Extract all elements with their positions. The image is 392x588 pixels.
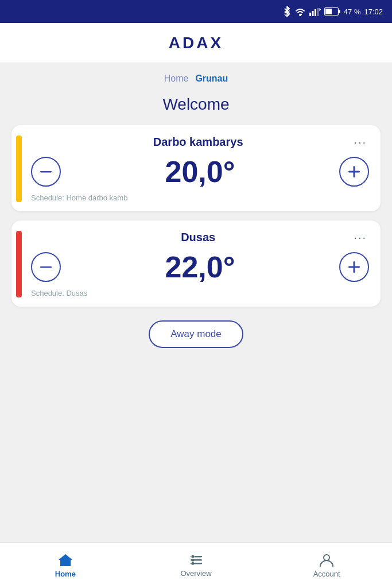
overview-icon [188, 553, 204, 567]
nav-item-account[interactable]: Account [261, 543, 392, 588]
clock: 17:02 [364, 7, 383, 16]
svg-rect-10 [325, 9, 332, 14]
svg-rect-11 [40, 171, 52, 173]
app-logo: ADAX [169, 34, 223, 52]
breadcrumb-grunau[interactable]: Grunau [195, 74, 228, 84]
bluetooth-icon [283, 6, 291, 17]
svg-point-22 [191, 555, 194, 558]
away-mode-button[interactable]: Away mode [149, 320, 243, 348]
svg-rect-9 [338, 10, 340, 13]
breadcrumb: Home Grunau [11, 63, 381, 90]
room-card-2: Dusas ··· 22,0° Schedule: Dusas [11, 220, 381, 307]
svg-rect-17 [63, 562, 67, 566]
card-indicator-1 [16, 136, 22, 202]
decrease-button-1[interactable] [31, 157, 61, 187]
room-name-2: Dusas [45, 231, 351, 244]
more-button-1[interactable]: ··· [351, 136, 369, 149]
increase-button-2[interactable] [339, 252, 369, 282]
svg-rect-3 [309, 13, 311, 16]
svg-rect-16 [353, 261, 355, 273]
svg-rect-14 [40, 266, 52, 268]
card-header-2: Dusas ··· [31, 231, 369, 244]
card-body-1: Darbo kambarys ··· 20,0° Schedule: Home … [31, 136, 369, 202]
nav-item-home[interactable]: Home [0, 543, 131, 588]
svg-rect-13 [353, 166, 355, 177]
svg-rect-5 [315, 9, 316, 16]
temp-display-2: 22,0° [165, 252, 235, 282]
svg-point-25 [324, 555, 329, 560]
svg-point-2 [299, 14, 301, 16]
svg-point-24 [191, 562, 194, 565]
card-header-1: Darbo kambarys ··· [31, 136, 369, 149]
nav-label-account: Account [313, 570, 340, 578]
card-body-2: Dusas ··· 22,0° Schedule: Dusas [31, 231, 369, 297]
svg-text:H: H [319, 7, 321, 12]
breadcrumb-home[interactable]: Home [164, 74, 189, 84]
temp-row-2: 22,0° [31, 252, 369, 282]
home-icon [57, 552, 73, 567]
nav-item-overview[interactable]: Overview [131, 543, 262, 588]
decrease-button-2[interactable] [31, 252, 61, 282]
bottom-nav: Home Overview Account [0, 542, 392, 588]
schedule-text-2: Schedule: Dusas [31, 289, 369, 297]
main-content: Home Grunau Welcome Darbo kambarys ··· 2… [0, 63, 392, 542]
temp-display-1: 20,0° [165, 157, 235, 187]
battery-icon [324, 7, 340, 16]
svg-point-23 [191, 559, 194, 562]
more-button-2[interactable]: ··· [351, 231, 369, 244]
nav-label-overview: Overview [180, 569, 211, 578]
away-mode-container: Away mode [11, 320, 381, 348]
schedule-text-1: Schedule: Home darbo kamb [31, 194, 369, 202]
status-bar: H 47 % 17:02 [0, 0, 392, 23]
wifi-icon [294, 7, 306, 16]
signal-icon: H [309, 7, 321, 16]
nav-label-home: Home [55, 570, 76, 578]
battery-percent: 47 % [344, 7, 361, 16]
card-indicator-2 [16, 231, 22, 297]
app-header: ADAX [0, 23, 392, 63]
room-card-1: Darbo kambarys ··· 20,0° Schedule: Home … [11, 125, 381, 211]
welcome-title: Welcome [11, 95, 381, 114]
svg-rect-4 [312, 11, 313, 16]
status-icons: H 47 % 17:02 [283, 6, 383, 17]
account-icon [319, 552, 334, 567]
temp-row-1: 20,0° [31, 157, 369, 187]
increase-button-1[interactable] [339, 157, 369, 187]
room-name-1: Darbo kambarys [45, 136, 351, 149]
